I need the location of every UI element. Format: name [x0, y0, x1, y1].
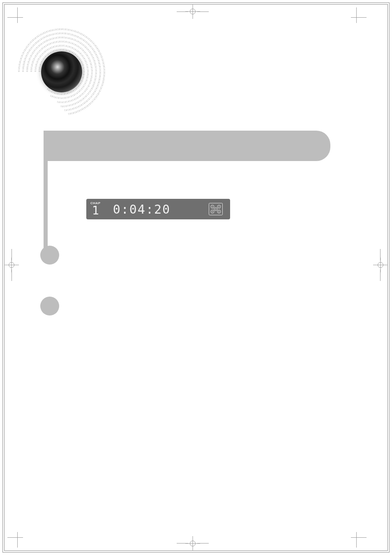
time-readout: 0:04:20 — [113, 202, 171, 216]
registration-bar — [197, 12, 209, 12]
crop-mark — [356, 7, 357, 23]
display-panel: CHAP 1 0:04:20 1 2 3 4 5 — [86, 199, 230, 219]
crop-mark — [7, 537, 23, 538]
speaker-graphic: 0101010101010101010101010101010101010101… — [18, 29, 105, 115]
spk-num: 5 — [219, 210, 220, 213]
spk-num: 2 — [219, 205, 220, 208]
spk-num: 4 — [212, 210, 213, 213]
spk-num: 3 — [215, 208, 217, 210]
crop-mark — [351, 537, 367, 538]
chapter-indicator: CHAP 1 — [90, 202, 101, 216]
registration-bar — [380, 269, 380, 281]
speaker-layout-icon: 1 2 3 4 5 — [209, 203, 223, 215]
crop-mark — [351, 17, 367, 18]
left-rail — [44, 161, 48, 251]
content-area: CHAP 1 0:04:20 1 2 3 4 5 — [49, 131, 330, 315]
step-bullet — [40, 246, 59, 265]
chapter-number: 1 — [92, 205, 99, 216]
registration-mark-icon — [378, 262, 383, 268]
registration-bar — [12, 269, 12, 281]
registration-mark-icon — [190, 541, 196, 546]
registration-bar — [197, 543, 209, 543]
spk-num: 1 — [212, 205, 213, 208]
speaker-cone-icon — [41, 51, 82, 92]
crop-mark — [17, 532, 18, 548]
crop-mark — [7, 17, 23, 18]
crop-mark — [17, 7, 18, 23]
registration-mark-icon — [9, 262, 14, 268]
registration-mark-icon — [190, 9, 196, 14]
crop-mark — [356, 532, 357, 548]
step-bullet — [40, 297, 59, 315]
heading-bar — [44, 131, 330, 161]
